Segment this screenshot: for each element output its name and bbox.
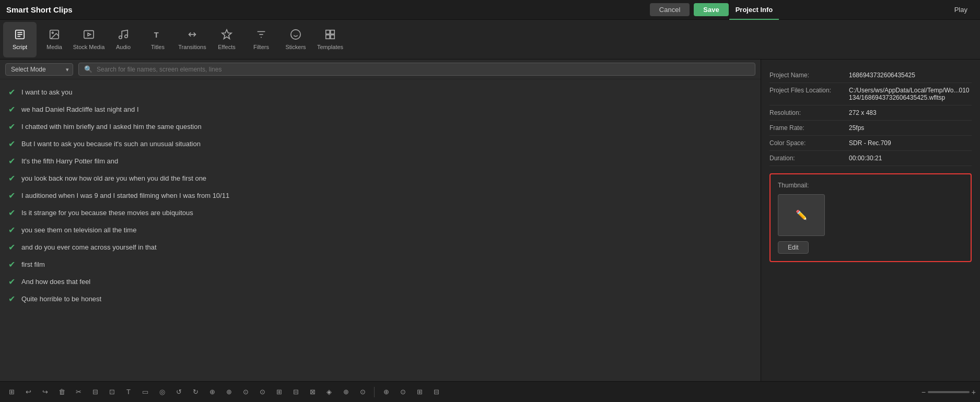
script-text: and do you ever come across yourself in …	[21, 243, 157, 251]
bottom-tool-btn[interactable]: ⊟	[288, 385, 303, 399]
bottom-tool-btn[interactable]: ⊙	[238, 385, 253, 399]
search-bar: 🔍	[78, 63, 755, 76]
script-item[interactable]: ✔ Quite horrible to be honest	[0, 290, 761, 308]
bottom-tool-btn[interactable]: ↩	[21, 385, 36, 399]
bottom-toolbar: ⊞↩↪🗑✂⊟⊡T▭◎↺↻⊕⊕⊙⊙⊞⊟⊠◈⊕⊙⊕⊙⊞⊟ − +	[0, 381, 980, 402]
save-button[interactable]: Save	[694, 3, 728, 16]
bottom-tool-btn[interactable]: ⊟	[88, 385, 102, 399]
bottom-tool-btn[interactable]: ⊡	[104, 385, 119, 399]
script-item[interactable]: ✔ first film	[0, 256, 761, 273]
svg-rect-21	[331, 35, 334, 39]
bottom-tool-btn[interactable]: ⊞	[412, 385, 427, 399]
bottom-tool-btn[interactable]: ⊞	[272, 385, 286, 399]
bottom-tool-btn[interactable]: ↻	[188, 385, 203, 399]
info-label: Frame Rate:	[769, 124, 843, 132]
bottom-tool-btn[interactable]: 🗑	[54, 385, 69, 399]
toolbar-label-media: Media	[46, 44, 62, 50]
toolbar-item-titles[interactable]: T Titles	[141, 22, 174, 57]
search-input[interactable]	[97, 66, 750, 73]
script-item[interactable]: ✔ we had Daniel Radcliffe last night and…	[0, 101, 761, 118]
info-value: 16869437326064​35425	[849, 72, 915, 79]
cancel-button[interactable]: Cancel	[650, 3, 690, 16]
script-text: It's the fifth Harry Potter film and	[21, 157, 118, 165]
titles-icon: T	[152, 29, 164, 42]
check-icon: ✔	[8, 139, 15, 149]
transitions-icon	[186, 29, 198, 42]
check-icon: ✔	[8, 277, 15, 287]
stickers-icon	[290, 29, 301, 42]
script-item[interactable]: ✔ you see them on television all the tim…	[0, 221, 761, 239]
zoom-area: − +	[921, 388, 976, 396]
select-mode-dropdown[interactable]: Select Mode	[5, 63, 73, 76]
app-title: Smart Short Clips	[6, 5, 73, 14]
bottom-tool-btn[interactable]: ⊞	[4, 385, 19, 399]
script-text: And how does that feel	[21, 278, 90, 286]
effects-icon	[221, 29, 232, 42]
bottom-tool-btn[interactable]: ⊠	[305, 385, 320, 399]
toolbar-label-stickers: Stickers	[285, 44, 306, 50]
zoom-in-btn[interactable]: +	[972, 388, 976, 396]
project-info-tab[interactable]: Project Info	[729, 0, 779, 20]
bottom-tool-btn[interactable]: T	[121, 385, 136, 399]
edit-thumbnail-button[interactable]: Edit	[778, 241, 809, 254]
toolbar-item-media[interactable]: Media	[38, 22, 71, 57]
toolbar-item-stock-media[interactable]: Stock Media	[72, 22, 106, 57]
bottom-tool-btn[interactable]: ↪	[38, 385, 52, 399]
header-left: Smart Short Clips	[0, 0, 650, 19]
mode-bar: Select Mode 🔍	[0, 60, 761, 79]
main-area: Select Mode 🔍 ✔ I want to ask you ✔ we h…	[0, 60, 980, 381]
bottom-tool-btn[interactable]: ⊕	[205, 385, 219, 399]
toolbar-item-audio[interactable]: Audio	[107, 22, 140, 57]
script-item[interactable]: ✔ It's the fifth Harry Potter film and	[0, 152, 761, 170]
script-item[interactable]: ✔ you look back now how old are you when…	[0, 170, 761, 187]
toolbar-item-templates[interactable]: Templates	[313, 22, 347, 57]
toolbar-item-filters[interactable]: Filters	[244, 22, 278, 57]
script-text: you look back now how old are you when y…	[21, 174, 206, 182]
right-panel: Project Name: 16869437326064​35425 Proje…	[761, 60, 980, 381]
bottom-tool-btn[interactable]: ⊕	[339, 385, 353, 399]
info-value: C:/Users/ws/AppData/Local/Temp/Wo...0101…	[849, 87, 972, 101]
bottom-tool-btn[interactable]: ⊕	[221, 385, 236, 399]
header-row: Smart Short Clips Cancel Save Project In…	[0, 0, 980, 20]
search-icon: 🔍	[84, 65, 92, 73]
bottom-tool-btn[interactable]: ⊙	[395, 385, 410, 399]
check-icon: ✔	[8, 104, 15, 114]
toolbar: Script Media Stock Media Audio T Titles …	[0, 20, 980, 60]
script-item[interactable]: ✔ I auditioned when I was 9 and I starte…	[0, 187, 761, 204]
header-right-end: Play	[948, 0, 980, 19]
script-item[interactable]: ✔ I chatted with him briefly and I asked…	[0, 118, 761, 135]
bottom-tool-btn[interactable]: ◎	[155, 385, 169, 399]
toolbar-item-transitions[interactable]: Transitions	[176, 22, 209, 57]
toolbar-label-filters: Filters	[253, 44, 269, 50]
bottom-tool-btn[interactable]: ▭	[138, 385, 153, 399]
info-value: 272 x 483	[849, 109, 877, 116]
info-label: Color Space:	[769, 139, 843, 147]
script-item[interactable]: ✔ and do you ever come across yourself i…	[0, 239, 761, 256]
bottom-tool-btn[interactable]: ✂	[71, 385, 86, 399]
check-icon: ✔	[8, 122, 15, 132]
bottom-tool-btn[interactable]: ↺	[171, 385, 186, 399]
script-item[interactable]: ✔ And how does that feel	[0, 273, 761, 290]
select-mode-wrapper: Select Mode	[5, 63, 73, 76]
bottom-tool-btn[interactable]: ⊙	[355, 385, 370, 399]
zoom-out-btn[interactable]: −	[921, 388, 926, 396]
script-list: ✔ I want to ask you ✔ we had Daniel Radc…	[0, 79, 761, 381]
info-label: Resolution:	[769, 109, 843, 116]
toolbar-label-templates: Templates	[317, 44, 343, 50]
toolbar-item-script[interactable]: Script	[3, 22, 37, 57]
script-text: we had Daniel Radcliffe last night and I	[21, 105, 139, 113]
bottom-tool-btn[interactable]: ⊟	[429, 385, 444, 399]
script-item[interactable]: ✔ Is it strange for you because these mo…	[0, 204, 761, 221]
toolbar-item-stickers[interactable]: Stickers	[279, 22, 312, 57]
toolbar-item-effects[interactable]: Effects	[210, 22, 243, 57]
bottom-tool-btn[interactable]: ⊕	[379, 385, 393, 399]
bottom-tool-btn[interactable]: ◈	[322, 385, 336, 399]
script-item[interactable]: ✔ I want to ask you	[0, 84, 761, 101]
toolbar-label-script: Script	[13, 44, 27, 50]
audio-icon	[118, 29, 129, 42]
play-button[interactable]: Play	[948, 6, 974, 14]
script-item[interactable]: ✔ But I want to ask you because it's suc…	[0, 135, 761, 152]
bottom-tool-btn[interactable]: ⊙	[255, 385, 270, 399]
templates-icon	[324, 29, 336, 42]
info-value: 25fps	[849, 124, 864, 132]
